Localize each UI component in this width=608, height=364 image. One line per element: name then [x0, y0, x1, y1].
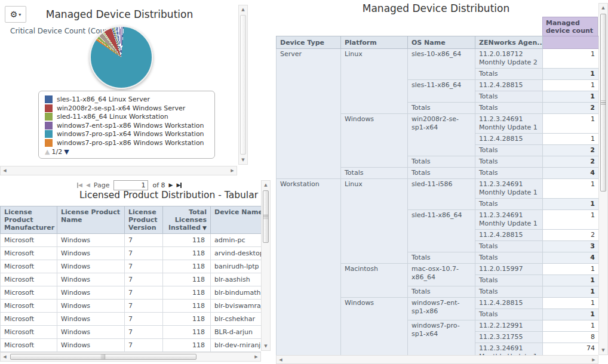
- scroll-up-icon[interactable]: ▲: [262, 181, 270, 189]
- legend-color-chip: [45, 139, 53, 147]
- table-cell: 7: [125, 260, 163, 273]
- table-cell: blr-bindumathi: [211, 286, 262, 300]
- table-cell: Windows: [57, 326, 125, 339]
- table-cell: admin-pc: [211, 234, 262, 247]
- scroll-up-icon[interactable]: ▲: [599, 4, 607, 12]
- count-cell: 1: [543, 264, 599, 275]
- table-cell: Totals: [475, 309, 543, 320]
- table-cell: 11.2.4.28815: [475, 80, 543, 91]
- column-header-count[interactable]: [543, 36, 599, 49]
- scroll-thumb[interactable]: [240, 15, 246, 155]
- count-cell: 1: [543, 275, 599, 286]
- last-page-icon: ▶: [177, 183, 181, 188]
- table-row[interactable]: MicrosoftWindows7118admin-pc: [1, 234, 262, 247]
- table-cell: Totals: [475, 168, 543, 179]
- legend-page-up-icon[interactable]: ▲: [45, 148, 50, 156]
- table-cell: 118: [163, 313, 211, 326]
- column-header[interactable]: Platform: [341, 36, 408, 49]
- table-cell: win2008r2-se-sp1-x64: [408, 114, 475, 156]
- table-row[interactable]: MicrosoftWindows7118BLR-d-arjun: [1, 326, 262, 339]
- scroll-thumb[interactable]: [10, 354, 196, 360]
- table-cell: 118: [163, 247, 211, 260]
- legend-item[interactable]: windows7-pro-sp1-x86 Windows Workstation: [45, 139, 210, 147]
- table-cell: Macintosh: [341, 264, 408, 298]
- pie-chart[interactable]: [90, 26, 153, 89]
- column-header[interactable]: Device Name: [211, 206, 262, 234]
- column-header[interactable]: License Product Version: [125, 206, 163, 234]
- table-row[interactable]: MicrosoftWindows7118banirudh-lptp: [1, 260, 262, 273]
- table-cell: Microsoft: [1, 273, 57, 286]
- scroll-thumb[interactable]: [600, 14, 606, 192]
- licensed-table-body: MicrosoftWindows7118admin-pcMicrosoftWin…: [1, 234, 262, 352]
- next-page-button[interactable]: ▶: [169, 183, 173, 188]
- scroll-up-icon[interactable]: ▲: [239, 5, 247, 14]
- scroll-down-icon[interactable]: ▼: [599, 346, 607, 354]
- column-header[interactable]: License Product Manufacturer: [1, 206, 57, 234]
- column-header[interactable]: Device Type: [277, 36, 341, 49]
- count-cell: 4: [543, 168, 599, 179]
- legend-page-down-icon[interactable]: ▼: [64, 148, 69, 156]
- table-cell: 7: [125, 286, 163, 300]
- table-cell: Totals: [475, 69, 543, 80]
- legend-item[interactable]: sles-11-x86_64 Linux Server: [45, 95, 210, 103]
- pie-vertical-scrollbar[interactable]: ▲ ▼: [238, 5, 248, 165]
- count-cell: 2: [543, 145, 599, 156]
- legend-page-indicator: 1/2: [51, 148, 62, 156]
- scroll-left-icon[interactable]: ◀: [277, 356, 285, 364]
- table-row[interactable]: MicrosoftWindows7118blr-aashish: [1, 273, 262, 286]
- device-table-body: ServerLinuxsles-10-x86_6411.2.0.18712 Mo…: [277, 49, 599, 356]
- legend-label: windows7-ent-sp1-x86 Windows Workstation: [57, 122, 204, 129]
- scroll-right-icon[interactable]: ▶: [589, 356, 598, 364]
- table-row[interactable]: MicrosoftWindows7118arvind-desktop: [1, 247, 262, 260]
- licensed-vertical-scrollbar[interactable]: ▲ ▼: [261, 180, 271, 351]
- scroll-thumb[interactable]: [263, 190, 269, 243]
- table-row[interactable]: MicrosoftWindows7118blr-bviswamraju: [1, 300, 262, 313]
- column-header[interactable]: License Product Name: [57, 206, 125, 234]
- scroll-right-icon[interactable]: ▶: [228, 166, 237, 175]
- table-row[interactable]: MicrosoftWindows7118blr-bindumathi: [1, 286, 262, 300]
- table-cell: Microsoft: [1, 247, 57, 260]
- scroll-right-icon[interactable]: ▶: [252, 353, 260, 361]
- scroll-down-icon[interactable]: ▼: [239, 156, 247, 164]
- scroll-left-icon[interactable]: ◀: [1, 353, 9, 361]
- column-header[interactable]: OS Name: [408, 36, 475, 49]
- page-label: Page: [94, 181, 110, 189]
- table-cell: Windows: [57, 300, 125, 313]
- table-cell: 7: [125, 326, 163, 339]
- table-row[interactable]: MicrosoftWindows7118blr-dev-rniranjan: [1, 339, 262, 352]
- table-cell: mac-osx-10.7-x86_64: [408, 264, 475, 286]
- legend-item[interactable]: win2008r2-se-sp1-x64 Windows Server: [45, 104, 210, 112]
- legend-item[interactable]: windows7-pro-sp1-x64 Windows Workstation: [45, 130, 210, 138]
- thumb-grip: [102, 354, 106, 359]
- table-row: WorkstationLinuxsled-11-i58611.2.3.24691…: [277, 179, 599, 199]
- table-cell: 11.2.3.24691 Monthly Update 1: [475, 179, 543, 199]
- count-cell: 2: [543, 230, 599, 241]
- table-cell: windows7-ent-sp1-x86: [408, 298, 475, 320]
- column-header[interactable]: Total Licenses Installed ▼: [163, 206, 211, 234]
- scroll-down-icon[interactable]: ▼: [262, 342, 270, 350]
- table-row[interactable]: MicrosoftWindows7118blr-cshekhar: [1, 313, 262, 326]
- pie-horizontal-scrollbar[interactable]: ◀ ▶: [0, 166, 237, 175]
- legend-color-chip: [45, 130, 53, 138]
- first-page-button[interactable]: ◀: [77, 183, 82, 188]
- licensed-horizontal-scrollbar[interactable]: ◀ ▶: [0, 352, 261, 362]
- table-cell: Windows: [341, 298, 408, 356]
- column-header[interactable]: ZENworks Agen...: [475, 36, 543, 49]
- dashboard: ⚙▾ Managed Device Distribution Critical …: [0, 0, 608, 364]
- legend-item[interactable]: sled-11-x86_64 Linux Workstation: [45, 113, 210, 121]
- prev-page-button[interactable]: ◀: [86, 183, 90, 188]
- table-cell: arvind-desktop: [211, 247, 262, 260]
- table-cell: sles-10-x86_64: [408, 49, 475, 80]
- table-cell: Microsoft: [1, 300, 57, 313]
- count-cell: 8: [543, 332, 599, 343]
- legend-item[interactable]: windows7-ent-sp1-x86 Windows Workstation: [45, 122, 210, 129]
- device-horizontal-scrollbar[interactable]: ◀ ▶: [276, 355, 598, 364]
- device-vertical-scrollbar[interactable]: ▲ ▼: [598, 3, 608, 355]
- table-cell: Totals: [408, 103, 475, 114]
- last-page-button[interactable]: ▶: [177, 183, 182, 188]
- thumb-grip: [601, 101, 606, 105]
- scroll-left-icon[interactable]: ◀: [1, 166, 9, 175]
- page-input[interactable]: [113, 180, 148, 190]
- page-count-label: of 8: [152, 181, 165, 189]
- table-cell: blr-cshekhar: [211, 313, 262, 326]
